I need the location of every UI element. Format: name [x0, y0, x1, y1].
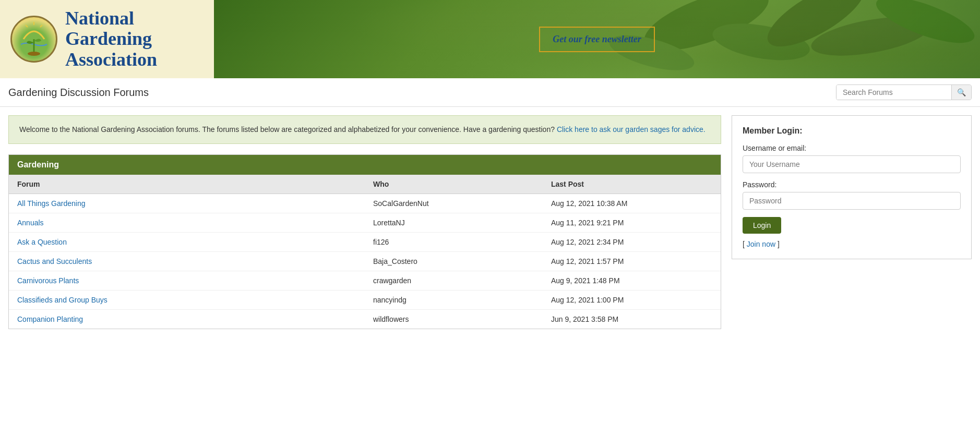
forum-name-cell: Cactus and Succulents: [9, 252, 365, 271]
who-cell: Baja_Costero: [365, 252, 543, 271]
table-row: Annuals LorettaNJ Aug 11, 2021 9:21 PM: [9, 213, 721, 233]
join-suffix: ]: [775, 240, 780, 248]
forum-link[interactable]: All Things Gardening: [17, 199, 85, 208]
login-box: Member Login: Username or email: Passwor…: [732, 115, 972, 259]
logo-circle: [10, 16, 57, 63]
forum-table: Forum Who Last Post All Things Gardening…: [9, 175, 721, 329]
svg-line-1: [26, 25, 28, 27]
forum-link[interactable]: Companion Planting: [17, 315, 83, 323]
last-post-cell: Aug 12, 2021 1:00 PM: [543, 291, 721, 310]
forum-link[interactable]: Carnivorous Plants: [17, 276, 79, 285]
last-post-cell: Aug 9, 2021 1:48 PM: [543, 271, 721, 291]
org-name: National Gardening Association: [65, 8, 157, 70]
last-post-cell: Aug 11, 2021 9:21 PM: [543, 213, 721, 233]
newsletter-button[interactable]: Get our free newsletter: [539, 27, 654, 52]
forum-link[interactable]: Ask a Question: [17, 238, 67, 246]
page-title-bar: Gardening Discussion Forums 🔍: [0, 78, 980, 107]
forum-name-cell: Companion Planting: [9, 310, 365, 329]
col-header-forum: Forum: [9, 175, 365, 194]
table-row: Classifieds and Group Buys nancyindg Aug…: [9, 291, 721, 310]
logo-area: National Gardening Association: [0, 0, 214, 78]
main-layout: Welcome to the National Gardening Associ…: [0, 107, 980, 348]
table-row: Companion Planting wildflowers Jun 9, 20…: [9, 310, 721, 329]
table-row: All Things Gardening SoCalGardenNut Aug …: [9, 194, 721, 213]
join-now-link[interactable]: Join now: [747, 240, 775, 248]
forum-section: Gardening Forum Who Last Post All Things…: [8, 154, 721, 329]
search-input[interactable]: [836, 85, 951, 100]
login-title: Member Login:: [743, 126, 961, 136]
join-text: [ Join now ]: [743, 240, 780, 248]
content-area: Welcome to the National Gardening Associ…: [8, 115, 721, 340]
forum-name-cell: Ask a Question: [9, 233, 365, 252]
search-button[interactable]: 🔍: [951, 85, 971, 100]
col-header-last: Last Post: [543, 175, 721, 194]
who-cell: LorettaNJ: [365, 213, 543, 233]
who-cell: SoCalGardenNut: [365, 194, 543, 213]
forum-name-cell: Classifieds and Group Buys: [9, 291, 365, 310]
password-input[interactable]: [743, 192, 961, 210]
forum-section-header: Gardening: [9, 155, 721, 175]
forum-link[interactable]: Classifieds and Group Buys: [17, 296, 107, 304]
forum-link[interactable]: Cactus and Succulents: [17, 257, 92, 265]
who-cell: nancyindg: [365, 291, 543, 310]
search-bar: 🔍: [836, 84, 972, 100]
forum-name-cell: All Things Gardening: [9, 194, 365, 213]
who-cell: crawgarden: [365, 271, 543, 291]
col-header-who: Who: [365, 175, 543, 194]
sidebar: Member Login: Username or email: Passwor…: [732, 115, 972, 259]
forum-name-cell: Carnivorous Plants: [9, 271, 365, 291]
logo-text: National Gardening Association: [65, 8, 157, 70]
table-row: Ask a Question fi126 Aug 12, 2021 2:34 P…: [9, 233, 721, 252]
page-title: Gardening Discussion Forums: [8, 87, 149, 99]
last-post-cell: Aug 12, 2021 10:38 AM: [543, 194, 721, 213]
login-button[interactable]: Login: [743, 217, 781, 234]
password-label: Password:: [743, 180, 961, 189]
last-post-cell: Aug 12, 2021 2:34 PM: [543, 233, 721, 252]
last-post-cell: Jun 9, 2021 3:58 PM: [543, 310, 721, 329]
ask-sages-link[interactable]: Click here to ask our garden sages for a…: [557, 125, 706, 134]
join-prefix: [: [743, 240, 747, 248]
table-row: Cactus and Succulents Baja_Costero Aug 1…: [9, 252, 721, 271]
forum-link[interactable]: Annuals: [17, 219, 44, 227]
svg-point-4: [28, 52, 40, 56]
username-label: Username or email:: [743, 144, 961, 152]
svg-line-2: [40, 25, 42, 27]
last-post-cell: Aug 12, 2021 1:57 PM: [543, 252, 721, 271]
forum-name-cell: Annuals: [9, 213, 365, 233]
site-header: National Gardening Association Get our f…: [0, 0, 980, 78]
table-row: Carnivorous Plants crawgarden Aug 9, 202…: [9, 271, 721, 291]
who-cell: fi126: [365, 233, 543, 252]
welcome-text: Welcome to the National Gardening Associ…: [19, 125, 555, 134]
welcome-box: Welcome to the National Gardening Associ…: [8, 115, 721, 144]
username-input[interactable]: [743, 155, 961, 173]
who-cell: wildflowers: [365, 310, 543, 329]
header-background: Get our free newsletter: [214, 0, 980, 78]
table-header-row: Forum Who Last Post: [9, 175, 721, 194]
